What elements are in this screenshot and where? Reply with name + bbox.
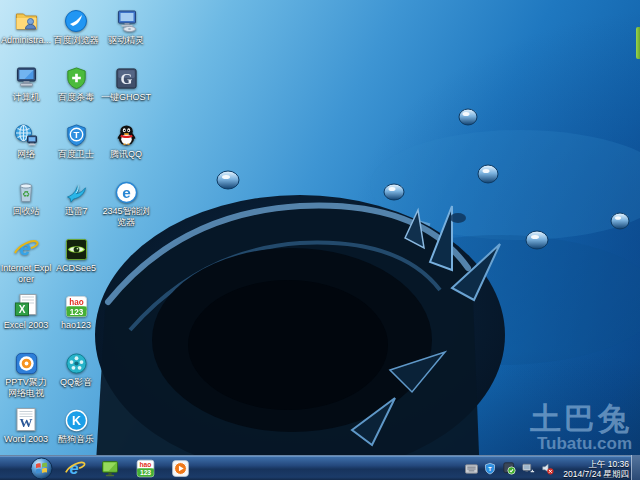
desktop-icon-network[interactable]: 网络 [0, 120, 52, 160]
kugou-icon: K [50, 405, 102, 432]
network-status-icon[interactable] [521, 462, 535, 476]
taskbar-item-internet-explorer[interactable]: e [62, 457, 88, 480]
input-keyboard-icon[interactable] [464, 462, 478, 476]
word-icon: W [0, 405, 52, 432]
acdsee-eye-icon [50, 234, 102, 261]
desktop-icon-qq-player[interactable]: QQ影音 [50, 348, 102, 388]
desktop-icon-label: ACDSee5 [50, 263, 102, 274]
svg-text:K: K [72, 414, 81, 428]
svg-text:e: e [19, 237, 30, 259]
desktop-icon-tencent-qq[interactable]: 腾讯QQ [100, 120, 152, 160]
svg-text:T: T [73, 129, 79, 140]
desktop-icon-label: 百度浏览器 [50, 35, 102, 46]
desktop-icon-acdsee5[interactable]: ACDSee5 [50, 234, 102, 274]
desktop-icon-browser-2345[interactable]: e 2345智能浏览器 [100, 177, 152, 228]
desktop-icon-baidu-weishi[interactable]: T 百度卫士 [50, 120, 102, 160]
svg-text:hao: hao [139, 461, 151, 468]
desktop-icon-excel-2003[interactable]: X Excel 2003 [0, 291, 52, 331]
desktop-icon-label: 酷狗音乐 [50, 434, 102, 445]
xunlei-bird-icon [50, 177, 102, 204]
desktop-icon-hao123[interactable]: hao123 hao123 [50, 291, 102, 331]
desktop-icon-label: 驱动精灵 [100, 35, 152, 46]
clock-date: 2014/7/24 星期四 [563, 469, 629, 479]
antivirus-check-tray-icon[interactable] [502, 462, 516, 476]
desktop-icon-pptv[interactable]: PPTV聚力 网络电视 [0, 348, 52, 399]
svg-text:e: e [70, 459, 79, 478]
desktop-icon-label: 2345智能浏览器 [100, 206, 152, 228]
desktop-icon-label: Internet Explorer [0, 263, 52, 285]
computer-icon [0, 63, 52, 90]
desktop-icon-computer[interactable]: 计算机 [0, 63, 52, 103]
svg-text:123: 123 [69, 308, 83, 317]
user-folder-icon [0, 6, 52, 33]
excel-icon: X [0, 291, 52, 318]
green-shield-plus-icon [50, 63, 102, 90]
start-button[interactable] [30, 457, 53, 480]
desktop-icon-label: 一键GHOST [100, 92, 152, 103]
computer-disc-icon [100, 6, 152, 33]
svg-text:123: 123 [139, 469, 150, 476]
taskbar-item-hao123[interactable]: hao123 [132, 457, 158, 480]
e-circle-icon: e [100, 177, 152, 204]
desktop-icon-label: hao123 [50, 320, 102, 331]
svg-text:hao: hao [69, 298, 83, 307]
film-reel-icon [50, 348, 102, 375]
desktop-icon-label: 回收站 [0, 206, 52, 217]
volume-muted-icon[interactable] [540, 462, 554, 476]
svg-text:X: X [19, 304, 26, 315]
taskbar-item-green-display[interactable] [97, 457, 123, 480]
desktop-icon-label: 百度杀毒 [50, 92, 102, 103]
desktop-wallpaper: Administra... 百度浏览器 驱动精灵 计算机 百度杀毒 G 一键GH… [0, 0, 640, 480]
desktop-icon-internet-explorer[interactable]: e Internet Explorer [0, 234, 52, 285]
desktop-icon-one-key-ghost[interactable]: G 一键GHOST [100, 63, 152, 103]
desktop-icon-label: Excel 2003 [0, 320, 52, 331]
desktop-icon-label: Word 2003 [0, 434, 52, 445]
svg-text:♻: ♻ [22, 189, 30, 199]
desktop-icon-recycle-bin[interactable]: ♻ 回收站 [0, 177, 52, 217]
clock-time: 上午 10:36 [563, 459, 629, 469]
desktop-icon-label: 迅雷7 [50, 206, 102, 217]
desktop-icon-driver-genius[interactable]: 驱动精灵 [100, 6, 152, 46]
desktop-icon-label: PPTV聚力 网络电视 [0, 377, 52, 399]
desktop-icon-label: 百度卫士 [50, 149, 102, 160]
desktop-icon-label: 腾讯QQ [100, 149, 152, 160]
taskbar-item-media-player[interactable] [167, 457, 193, 480]
desktop-icon-word-2003[interactable]: W Word 2003 [0, 405, 52, 445]
desktop-icon-baidu-browser[interactable]: 百度浏览器 [50, 6, 102, 46]
svg-text:G: G [120, 70, 132, 87]
network-globe-icon [0, 120, 52, 147]
svg-text:W: W [20, 415, 33, 430]
ie-icon: e [0, 234, 52, 261]
desktop-icon-label: Administra... [0, 35, 52, 46]
side-dock-handle[interactable] [636, 27, 640, 59]
qq-penguin-icon [100, 120, 152, 147]
pptv-icon [0, 348, 52, 375]
system-tray: T 上午 10:36 2014/7/24 星期四 [464, 456, 629, 480]
desktop-icon-administrator[interactable]: Administra... [0, 6, 52, 46]
ghost-g-icon: G [100, 63, 152, 90]
desktop-icon-baidu-antivirus[interactable]: 百度杀毒 [50, 63, 102, 103]
show-desktop-button[interactable] [631, 455, 640, 480]
taskbar-clock[interactable]: 上午 10:36 2014/7/24 星期四 [559, 459, 629, 479]
desktop-icon-kugou-music[interactable]: K 酷狗音乐 [50, 405, 102, 445]
recycle-bin-icon: ♻ [0, 177, 52, 204]
desktop-icon-label: QQ影音 [50, 377, 102, 388]
desktop-icon-label: 网络 [0, 149, 52, 160]
hao123-icon: hao123 [50, 291, 102, 318]
desktop-icon-xunlei7[interactable]: 迅雷7 [50, 177, 102, 217]
svg-text:e: e [122, 184, 131, 201]
blue-shield-icon: T [50, 120, 102, 147]
baidu-browser-icon [50, 6, 102, 33]
desktop-icon-label: 计算机 [0, 92, 52, 103]
taskbar: e hao123 T 上午 10:36 2014/7/24 星期四 [0, 455, 640, 480]
baidu-weishi-tray-icon[interactable]: T [483, 462, 497, 476]
